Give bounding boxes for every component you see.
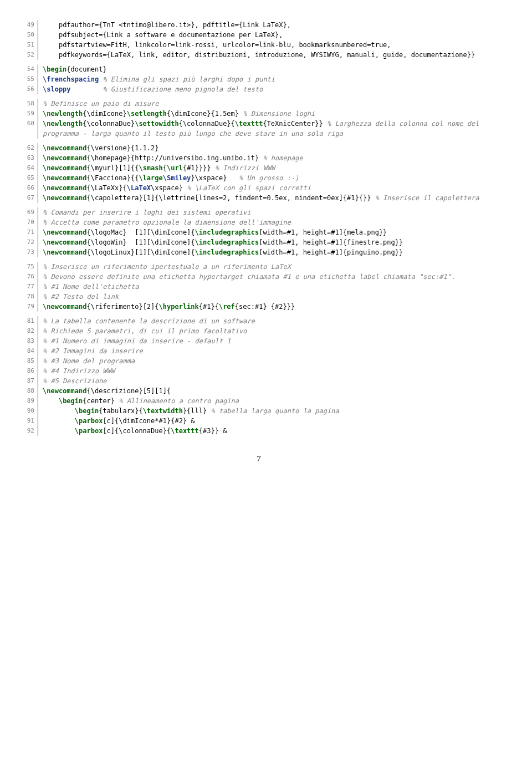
code-content: % #4 Indirizzo WWW <box>38 366 499 376</box>
line-number: 63 <box>19 153 34 163</box>
code-content: \newcommand{\Facciona}{{\large\Smiley}\x… <box>38 173 499 183</box>
code-content: % #2 Immagini da inserire <box>38 346 499 356</box>
code-content: pdfstartview=FitH, linkcolor=link-rossi,… <box>38 40 499 50</box>
code-line: 62\newcommand{\versione}{1.1.2} <box>19 143 499 153</box>
code-line: 72\newcommand{\logoWin} [1][\dimIcone]{\… <box>19 237 499 247</box>
line-number: 60 <box>19 119 34 129</box>
code-content: % #3 Nome del programma <box>38 356 499 366</box>
code-content: \newcommand{\logoMac} [1][\dimIcone]{\in… <box>38 227 499 237</box>
code-content: % #5 Descrizione <box>38 376 499 386</box>
code-line: 51 pdfstartview=FitH, linkcolor=link-ros… <box>19 40 499 50</box>
line-number: 87 <box>19 376 34 386</box>
code-content: % Accetta come parametro opzionale la di… <box>38 217 499 227</box>
line-number: 79 <box>19 302 34 312</box>
code-line: 84% #2 Immagini da inserire <box>19 346 499 356</box>
line-number: 58 <box>19 99 34 109</box>
code-line: 73\newcommand{\logoLinux}[1][\dimIcone]{… <box>19 247 499 257</box>
code-line: 49 pdfauthor={TnT <tntimo@libero.it>}, p… <box>19 20 499 30</box>
line-number: 65 <box>19 173 34 183</box>
code-line: 86% #4 Indirizzo WWW <box>19 366 499 376</box>
code-content: \sloppy % Giustificazione meno pignola d… <box>38 84 499 94</box>
code-line: 56\sloppy % Giustificazione meno pignola… <box>19 84 499 94</box>
line-number: 49 <box>19 20 34 30</box>
code-line: 50 pdfsubject={Link a software e documen… <box>19 30 499 40</box>
code-content: \begin{document} <box>38 64 499 74</box>
line-number: 83 <box>19 336 34 346</box>
line-number: 67 <box>19 193 34 203</box>
code-line: 90 \begin{tabularx}{\textwidth}{lll} % t… <box>19 406 499 416</box>
code-content: \newcommand{\logoLinux}[1][\dimIcone]{\i… <box>38 247 499 257</box>
code-content: \newcommand{\capolettera}[1]{\lettrine[l… <box>38 193 499 203</box>
code-line: 59\newlength{\dimIcone}\setlength{\dimIc… <box>19 109 499 119</box>
line-number: 81 <box>19 316 34 326</box>
code-content: % Richiede 5 parametri, di cui il primo … <box>38 326 499 336</box>
code-content: % Comandi per inserire i loghi dei siste… <box>38 207 499 217</box>
line-number: 62 <box>19 143 34 153</box>
line-number: 70 <box>19 217 34 227</box>
code-listing: 49 pdfauthor={TnT <tntimo@libero.it>}, p… <box>19 20 499 436</box>
line-number: 92 <box>19 426 34 436</box>
line-number: 76 <box>19 272 34 282</box>
line-number: 90 <box>19 406 34 416</box>
line-number: 59 <box>19 109 34 119</box>
line-number: 73 <box>19 247 34 257</box>
code-line: 60\newlength{\colonnaDue}\settowidth{\co… <box>19 119 499 139</box>
code-line: 71\newcommand{\logoMac} [1][\dimIcone]{\… <box>19 227 499 237</box>
code-line: 67\newcommand{\capolettera}[1]{\lettrine… <box>19 193 499 203</box>
code-line: 89 \begin{center} % Allineamento a centr… <box>19 396 499 406</box>
code-content: pdfauthor={TnT <tntimo@libero.it>}, pdft… <box>38 20 499 30</box>
line-number: 55 <box>19 74 34 84</box>
line-number: 69 <box>19 207 34 217</box>
line-number: 72 <box>19 237 34 247</box>
line-number: 88 <box>19 386 34 396</box>
code-line: 76% Devono essere definite una etichetta… <box>19 272 499 282</box>
code-content: \newcommand{\myurl}[1]{{\smash{\url{#1}}… <box>38 163 499 173</box>
code-line: 70% Accetta come parametro opzionale la … <box>19 217 499 227</box>
code-line: 55\frenchspacing % Elimina gli spazi più… <box>19 74 499 84</box>
code-content: \newcommand{\homepage}{http://universibo… <box>38 153 499 163</box>
code-line: 82% Richiede 5 parametri, di cui il prim… <box>19 326 499 336</box>
code-content: pdfsubject={Link a software e documentaz… <box>38 30 499 40</box>
line-number: 52 <box>19 50 34 60</box>
code-line: 91 \parbox[c]{\dimIcone*#1}{#2} & <box>19 416 499 426</box>
code-line: 64\newcommand{\myurl}[1]{{\smash{\url{#1… <box>19 163 499 173</box>
line-number: 77 <box>19 282 34 292</box>
line-number: 86 <box>19 366 34 376</box>
code-line: 79\newcommand{\riferimento}[2]{\hyperlin… <box>19 302 499 312</box>
line-number: 54 <box>19 64 34 74</box>
line-number: 91 <box>19 416 34 426</box>
code-content: \begin{center} % Allineamento a centro p… <box>38 396 499 406</box>
page-number: 7 <box>19 453 499 465</box>
code-content: \begin{tabularx}{\textwidth}{lll} % tabe… <box>38 406 499 416</box>
line-number: 50 <box>19 30 34 40</box>
code-line: 66\newcommand{\LaTeXx}{\LaTeX\xspace} % … <box>19 183 499 193</box>
code-content: % #1 Nome dell'etichetta <box>38 282 499 292</box>
code-content: % Definisce un paio di misure <box>38 99 499 109</box>
code-content: % Devono essere definite una etichetta h… <box>38 272 499 282</box>
line-number: 75 <box>19 262 34 272</box>
line-number: 71 <box>19 227 34 237</box>
line-number: 84 <box>19 346 34 356</box>
code-content: % #1 Numero di immagini da inserire - de… <box>38 336 499 346</box>
code-line: 81% La tabella contenente la descrizione… <box>19 316 499 326</box>
code-content: \newlength{\dimIcone}\setlength{\dimIcon… <box>38 109 499 119</box>
line-number: 89 <box>19 396 34 406</box>
line-number: 56 <box>19 84 34 94</box>
code-line: 92 \parbox[c]{\colonnaDue}{\texttt{#3}} … <box>19 426 499 436</box>
code-line: 88\newcommand{\descrizione}[5][1]{ <box>19 386 499 396</box>
line-number: 82 <box>19 326 34 336</box>
line-number: 85 <box>19 356 34 366</box>
code-content: \newcommand{\descrizione}[5][1]{ <box>38 386 499 396</box>
code-content: \newcommand{\LaTeXx}{\LaTeX\xspace} % \L… <box>38 183 499 193</box>
line-number: 64 <box>19 163 34 173</box>
line-number: 51 <box>19 40 34 50</box>
code-content: \frenchspacing % Elimina gli spazi più l… <box>38 74 499 84</box>
code-content: \newlength{\colonnaDue}\settowidth{\colo… <box>38 119 499 139</box>
code-line: 87% #5 Descrizione <box>19 376 499 386</box>
code-line: 52 pdfkeywords={LaTeX, link, editor, dis… <box>19 50 499 60</box>
code-line: 65\newcommand{\Facciona}{{\large\Smiley}… <box>19 173 499 183</box>
code-content: \parbox[c]{\dimIcone*#1}{#2} & <box>38 416 499 426</box>
document-page: 49 pdfauthor={TnT <tntimo@libero.it>}, p… <box>0 0 532 482</box>
code-content: \newcommand{\logoWin} [1][\dimIcone]{\in… <box>38 237 499 247</box>
code-line: 75% Inserisce un riferimento ipertestual… <box>19 262 499 272</box>
